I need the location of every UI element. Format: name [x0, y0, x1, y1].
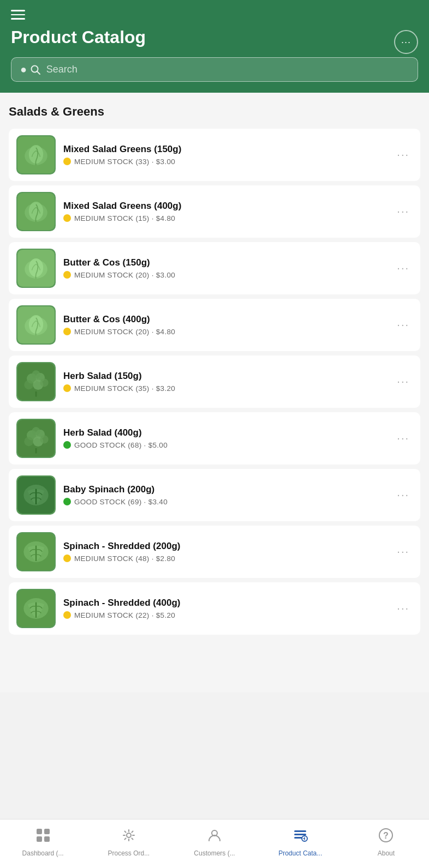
- more-button[interactable]: ···: [394, 30, 418, 54]
- svg-point-18: [24, 380, 33, 389]
- product-info: Butter & Cos (400g) MEDIUM STOCK (20) · …: [63, 314, 386, 336]
- product-item[interactable]: Mixed Salad Greens (150g) MEDIUM STOCK (…: [9, 129, 420, 181]
- nav-item-about[interactable]: ? About: [343, 819, 429, 868]
- product-thumbnail: [16, 305, 56, 345]
- process-orders-label: Process Ord...: [108, 849, 150, 857]
- header-top: [11, 10, 418, 20]
- search-input[interactable]: [46, 64, 409, 75]
- product-meta: MEDIUM STOCK (22) · $5.20: [63, 611, 386, 619]
- product-name: Herb Salad (400g): [63, 427, 386, 438]
- stock-dot: [63, 554, 71, 562]
- product-more-button[interactable]: ···: [394, 430, 413, 447]
- nav-item-process-orders[interactable]: Process Ord...: [86, 819, 171, 868]
- about-icon: ?: [378, 828, 394, 847]
- nav-item-customers[interactable]: Customers (...: [171, 819, 257, 868]
- product-thumbnail: [16, 192, 56, 231]
- nav-item-product-catalog[interactable]: Product Cata...: [258, 819, 343, 868]
- svg-text:?: ?: [384, 831, 389, 840]
- product-item[interactable]: Herb Salad (150g) MEDIUM STOCK (35) · $3…: [9, 355, 420, 408]
- product-info: Herb Salad (150g) MEDIUM STOCK (35) · $3…: [63, 371, 386, 393]
- product-catalog-icon: [293, 828, 308, 847]
- product-thumbnail: [16, 589, 56, 628]
- svg-point-17: [32, 370, 40, 378]
- svg-point-26: [24, 437, 33, 446]
- stock-dot: [63, 158, 71, 165]
- product-thumbnail: [16, 419, 56, 458]
- svg-line-1: [37, 71, 40, 74]
- header: Product Catalog ··· ●: [0, 0, 429, 93]
- product-item[interactable]: Spinach - Shredded (400g) MEDIUM STOCK (…: [9, 582, 420, 635]
- product-thumbnail: [16, 249, 56, 288]
- product-info: Spinach - Shredded (200g) MEDIUM STOCK (…: [63, 541, 386, 563]
- product-item[interactable]: Herb Salad (400g) GOOD STOCK (68) · $5.0…: [9, 412, 420, 465]
- product-thumbnail: [16, 532, 56, 571]
- product-item[interactable]: Baby Spinach (200g) GOOD STOCK (69) · $3…: [9, 469, 420, 521]
- stock-dot: [63, 384, 71, 392]
- customers-label: Customers (...: [194, 849, 235, 857]
- section-title: Salads & Greens: [9, 105, 420, 119]
- product-name: Butter & Cos (150g): [63, 257, 386, 268]
- stock-dot: [63, 271, 71, 279]
- product-thumbnail: [16, 135, 56, 174]
- about-label: About: [378, 849, 395, 857]
- stock-dot: [63, 441, 71, 449]
- page-title: Product Catalog: [11, 27, 146, 47]
- product-thumbnail: [16, 362, 56, 401]
- product-info: Mixed Salad Greens (150g) MEDIUM STOCK (…: [63, 144, 386, 166]
- product-info: Butter & Cos (150g) MEDIUM STOCK (20) · …: [63, 257, 386, 279]
- product-name: Spinach - Shredded (200g): [63, 541, 386, 552]
- product-list: Mixed Salad Greens (150g) MEDIUM STOCK (…: [9, 129, 420, 638]
- product-meta: MEDIUM STOCK (33) · $3.00: [63, 158, 386, 166]
- product-meta: GOOD STOCK (69) · $3.40: [63, 498, 386, 506]
- product-name: Mixed Salad Greens (150g): [63, 144, 386, 155]
- stock-label: GOOD STOCK (69) · $3.40: [74, 498, 168, 506]
- content: Salads & Greens Mixed Salad Greens (150g…: [0, 93, 429, 692]
- product-meta: MEDIUM STOCK (48) · $2.80: [63, 554, 386, 563]
- search-icon: ●: [20, 63, 41, 76]
- product-info: Herb Salad (400g) GOOD STOCK (68) · $5.0…: [63, 427, 386, 449]
- stock-label: MEDIUM STOCK (35) · $3.20: [74, 384, 175, 393]
- stock-label: MEDIUM STOCK (48) · $2.80: [74, 554, 175, 563]
- product-more-button[interactable]: ···: [394, 373, 413, 390]
- product-more-button[interactable]: ···: [394, 203, 413, 220]
- product-catalog-label: Product Cata...: [278, 849, 322, 857]
- product-item[interactable]: Spinach - Shredded (200g) MEDIUM STOCK (…: [9, 526, 420, 578]
- dashboard-icon: [35, 828, 51, 847]
- product-item[interactable]: Butter & Cos (150g) MEDIUM STOCK (20) · …: [9, 242, 420, 294]
- stock-label: MEDIUM STOCK (15) · $4.80: [74, 214, 175, 222]
- hamburger-icon[interactable]: [11, 10, 25, 20]
- product-name: Herb Salad (150g): [63, 371, 386, 382]
- product-item[interactable]: Mixed Salad Greens (400g) MEDIUM STOCK (…: [9, 185, 420, 238]
- product-thumbnail: [16, 475, 56, 515]
- search-bar[interactable]: ●: [11, 57, 418, 82]
- product-meta: GOOD STOCK (68) · $5.00: [63, 441, 386, 449]
- nav-item-dashboard[interactable]: Dashboard (...: [0, 819, 86, 868]
- stock-dot: [63, 498, 71, 505]
- stock-dot: [63, 214, 71, 222]
- stock-dot: [63, 328, 71, 335]
- stock-dot: [63, 611, 71, 619]
- stock-label: MEDIUM STOCK (33) · $3.00: [74, 158, 175, 166]
- product-more-button[interactable]: ···: [394, 260, 413, 276]
- product-more-button[interactable]: ···: [394, 486, 413, 503]
- product-more-button[interactable]: ···: [394, 316, 413, 333]
- product-item[interactable]: Butter & Cos (400g) MEDIUM STOCK (20) · …: [9, 299, 420, 351]
- process-orders-icon: [121, 828, 136, 847]
- product-meta: MEDIUM STOCK (15) · $4.80: [63, 214, 386, 222]
- svg-point-20: [40, 378, 49, 387]
- title-row: Product Catalog ···: [11, 27, 418, 57]
- product-more-button[interactable]: ···: [394, 600, 413, 617]
- product-more-button[interactable]: ···: [394, 146, 413, 163]
- svg-point-40: [127, 833, 131, 837]
- product-more-button[interactable]: ···: [394, 543, 413, 560]
- product-name: Butter & Cos (400g): [63, 314, 386, 325]
- product-info: Spinach - Shredded (400g) MEDIUM STOCK (…: [63, 598, 386, 619]
- svg-rect-43: [294, 834, 306, 835]
- svg-point-28: [40, 435, 49, 443]
- stock-label: MEDIUM STOCK (20) · $4.80: [74, 328, 175, 336]
- stock-label: MEDIUM STOCK (20) · $3.00: [74, 271, 175, 279]
- customers-icon: [207, 828, 222, 847]
- svg-rect-39: [44, 836, 50, 842]
- svg-rect-36: [37, 829, 42, 834]
- product-info: Baby Spinach (200g) GOOD STOCK (69) · $3…: [63, 484, 386, 506]
